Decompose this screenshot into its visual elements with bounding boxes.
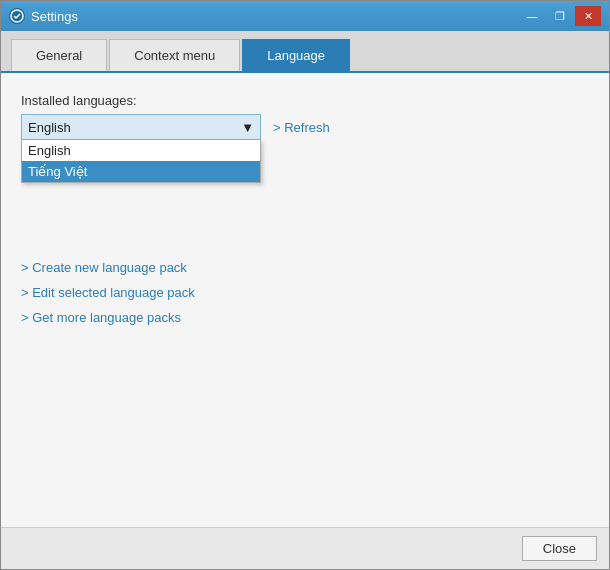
dropdown-option-english[interactable]: English — [22, 140, 260, 161]
get-more-packs-link[interactable]: > Get more language packs — [21, 310, 589, 325]
links-section: > Create new language pack > Edit select… — [21, 260, 589, 325]
refresh-link[interactable]: > Refresh — [273, 120, 330, 135]
installed-languages-label: Installed languages: — [21, 93, 589, 108]
dropdown-arrow-icon: ▼ — [241, 120, 254, 135]
dropdown-option-tieng-viet[interactable]: Tiếng Việt — [22, 161, 260, 182]
window-title: Settings — [31, 9, 78, 24]
title-bar-left: Settings — [9, 8, 78, 24]
tab-bar: General Context menu Language — [1, 31, 609, 71]
close-button[interactable]: Close — [522, 536, 597, 561]
language-dropdown[interactable]: English ▼ — [21, 114, 261, 140]
minimize-button[interactable]: — — [519, 6, 545, 26]
close-window-button[interactable]: ✕ — [575, 6, 601, 26]
tab-context-menu[interactable]: Context menu — [109, 39, 240, 71]
settings-window: Settings — ❐ ✕ General Context menu Lang… — [0, 0, 610, 570]
edit-language-pack-link[interactable]: > Edit selected language pack — [21, 285, 589, 300]
language-select-wrapper: English ▼ English Tiếng Việt — [21, 114, 261, 140]
title-bar: Settings — ❐ ✕ — [1, 1, 609, 31]
app-icon — [9, 8, 25, 24]
language-dropdown-list: English Tiếng Việt — [21, 140, 261, 183]
create-language-pack-link[interactable]: > Create new language pack — [21, 260, 589, 275]
selected-language-text: English — [28, 120, 71, 135]
restore-button[interactable]: ❐ — [547, 6, 573, 26]
dropdown-row: English ▼ English Tiếng Việt > Refresh — [21, 114, 589, 140]
tab-general[interactable]: General — [11, 39, 107, 71]
window-controls: — ❐ ✕ — [519, 6, 601, 26]
tab-language[interactable]: Language — [242, 39, 350, 71]
footer: Close — [1, 527, 609, 569]
content-area: Installed languages: English ▼ English T… — [1, 71, 609, 527]
